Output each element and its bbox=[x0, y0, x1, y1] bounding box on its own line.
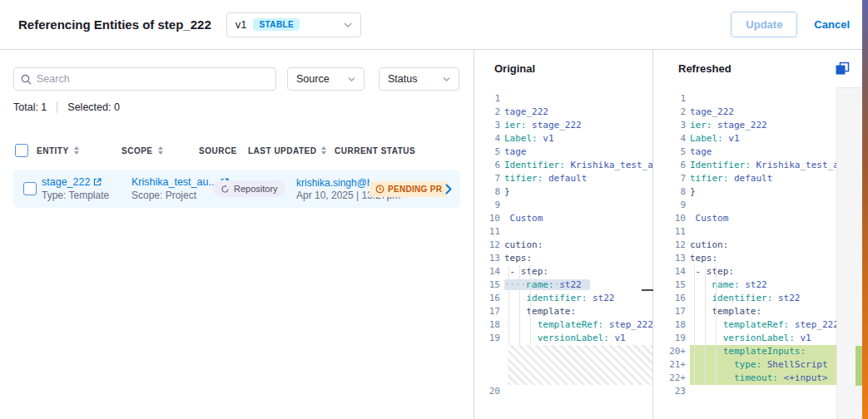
line-number: 20+ bbox=[653, 345, 690, 358]
sort-icon[interactable] bbox=[321, 146, 326, 155]
header-actions: Update Cancel bbox=[731, 12, 850, 37]
status-filter-dropdown[interactable]: Status bbox=[379, 67, 459, 91]
row-expand-button[interactable] bbox=[445, 184, 460, 195]
original-pane-title: Original bbox=[494, 62, 535, 75]
version-dropdown[interactable]: v1 STABLE bbox=[226, 12, 361, 37]
line-number: 1 bbox=[474, 92, 504, 106]
code-line: 22+ timeout: <+input> bbox=[653, 372, 836, 385]
line-number: 3 bbox=[474, 119, 504, 132]
table-row[interactable]: stage_222 Type: Template Krishika_test_a… bbox=[13, 170, 460, 208]
updated-at: Apr 10, 2025 | 13:27pm bbox=[296, 190, 370, 201]
code-line: 20+ templateInputs: bbox=[653, 345, 836, 358]
hatch-placeholder bbox=[508, 345, 652, 385]
column-header[interactable]: LAST UPDATED bbox=[248, 146, 335, 155]
line-number: 16 bbox=[653, 292, 690, 305]
search-input[interactable] bbox=[37, 73, 269, 85]
external-link-icon[interactable] bbox=[93, 178, 102, 186]
code-line: 3ier: stage_222 bbox=[474, 119, 652, 132]
cancel-button[interactable]: Cancel bbox=[814, 18, 850, 31]
source-filter-label: Source bbox=[296, 73, 330, 85]
chevron-down-icon bbox=[348, 77, 355, 81]
code-line: 7tifier: default bbox=[474, 172, 652, 185]
code-line: 5tage bbox=[653, 145, 836, 159]
indent-guide bbox=[530, 265, 531, 345]
line-number: 12 bbox=[474, 239, 504, 252]
code-line: 19 versionLabel: v1 bbox=[653, 332, 836, 345]
line-number: 10 bbox=[474, 212, 504, 225]
code-line: 19 versionLabel: v1 bbox=[474, 332, 652, 345]
column-header[interactable]: ENTITY bbox=[37, 146, 122, 155]
search-box[interactable] bbox=[13, 67, 276, 91]
code-line: 3ier: stage_222 bbox=[653, 119, 836, 132]
code-line: 12cution: bbox=[653, 239, 836, 252]
copy-icon[interactable] bbox=[836, 62, 850, 76]
code-line: 14 - step: bbox=[653, 265, 836, 279]
status-label: PENDING PR bbox=[388, 185, 442, 194]
update-button[interactable]: Update bbox=[731, 12, 797, 37]
line-number: 13 bbox=[474, 252, 504, 265]
line-number: 18 bbox=[474, 318, 504, 332]
refreshed-code-pane[interactable]: 12tage_2223ier: stage_2224Label: v15tage… bbox=[653, 87, 837, 419]
line-number: 14 bbox=[653, 265, 690, 279]
code-line: 4Label: v1 bbox=[653, 132, 836, 145]
line-number: 10 bbox=[653, 212, 690, 225]
source-filter-dropdown[interactable]: Source bbox=[287, 67, 365, 91]
repository-icon bbox=[221, 185, 230, 194]
indent-guide bbox=[508, 265, 509, 345]
line-number: 18 bbox=[653, 318, 690, 332]
code-line: 16 identifier: st22 bbox=[653, 292, 836, 305]
code-line: 18 templateRef: step_222 bbox=[653, 318, 836, 332]
diff-body: 12tage_2223ier: stage_2224Label: v15tage… bbox=[474, 87, 868, 419]
source-cell: Repository bbox=[213, 180, 296, 197]
code-line: 12cution: bbox=[474, 239, 652, 252]
line-number: 2 bbox=[474, 106, 504, 119]
yaml-diff-viewer: Original Refreshed 12tage_2223ier: stage… bbox=[474, 50, 868, 419]
code-line: 11 bbox=[653, 225, 836, 239]
divider bbox=[57, 101, 57, 113]
line-number: 16 bbox=[474, 292, 504, 305]
version-label: v1 bbox=[236, 18, 247, 31]
line-number: 7 bbox=[474, 172, 504, 185]
stable-badge: STABLE bbox=[253, 18, 300, 31]
chevron-right-icon bbox=[445, 184, 452, 195]
window-edge-gradient bbox=[862, 0, 868, 419]
line-number: 17 bbox=[653, 305, 690, 318]
row-checkbox[interactable] bbox=[23, 182, 37, 195]
line-number: 12 bbox=[653, 239, 690, 252]
code-line: 6Identifier: Krishika_test_aut bbox=[653, 159, 836, 172]
entity-cell: stage_222 Type: Template bbox=[42, 176, 131, 201]
search-icon bbox=[21, 74, 32, 85]
indent-guide bbox=[694, 265, 695, 385]
line-number: 20 bbox=[474, 385, 504, 398]
line-number: 13 bbox=[653, 252, 690, 265]
line-number: 17 bbox=[474, 305, 504, 318]
code-line: 14 - step: bbox=[474, 265, 652, 279]
code-line: 5tage bbox=[474, 145, 652, 159]
entity-name-link[interactable]: stage_222 bbox=[42, 176, 90, 188]
column-header[interactable]: SCOPE bbox=[122, 146, 199, 155]
code-line: 4Label: v1 bbox=[474, 132, 652, 145]
header-checkbox[interactable] bbox=[15, 144, 28, 157]
code-line: 2tage_222 bbox=[653, 106, 836, 119]
sort-icon[interactable] bbox=[158, 146, 163, 155]
code-line: 21+ type: ShellScript bbox=[653, 358, 836, 372]
refreshed-pane-title: Refreshed bbox=[678, 62, 732, 75]
code-line: 10 Custom bbox=[653, 212, 836, 225]
last-updated-cell: krishika.singh@harnes... Apr 10, 2025 | … bbox=[296, 177, 370, 201]
chevron-down-icon bbox=[344, 22, 352, 27]
source-badge: Repository bbox=[213, 180, 285, 197]
line-number: 23 bbox=[653, 385, 690, 398]
status-filter-label: Status bbox=[388, 73, 417, 85]
code-line: 13teps: bbox=[474, 252, 652, 265]
column-header: SOURCE bbox=[199, 146, 248, 155]
diff-change-marker bbox=[642, 289, 653, 291]
line-number: 19 bbox=[653, 332, 690, 345]
code-line: 15····name:·st22 bbox=[474, 279, 652, 292]
code-line: 16 identifier: st22 bbox=[474, 292, 652, 305]
line-number: 6 bbox=[474, 159, 504, 172]
code-line: 1 bbox=[474, 92, 652, 106]
scope-name-link[interactable]: Krishika_test_au... bbox=[131, 176, 217, 188]
original-code-pane[interactable]: 12tage_2223ier: stage_2224Label: v15tage… bbox=[474, 87, 653, 419]
line-number: 14 bbox=[474, 265, 504, 279]
sort-icon[interactable] bbox=[74, 146, 79, 155]
